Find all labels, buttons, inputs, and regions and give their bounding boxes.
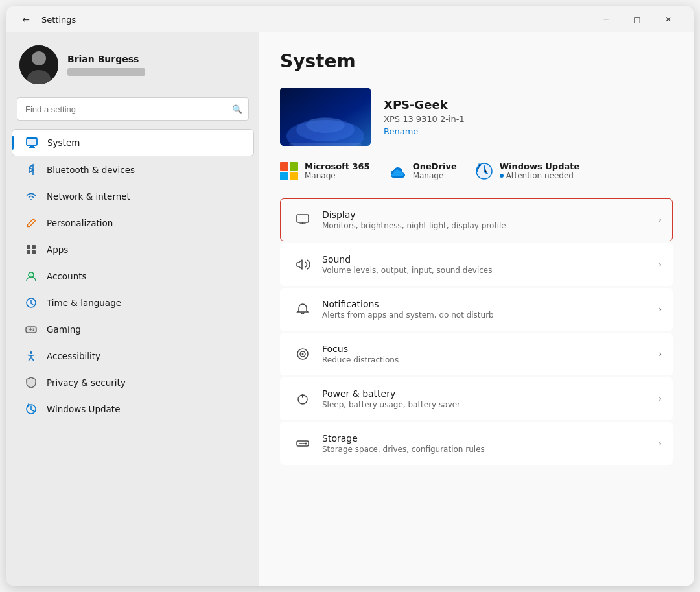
storage-icon: [291, 432, 314, 455]
sidebar-item-accounts-label: Accounts: [47, 271, 87, 281]
notifications-text: Notifications Alerts from apps and syste…: [322, 299, 659, 320]
search-box: 🔍: [17, 97, 249, 121]
sidebar-item-personalization[interactable]: Personalization: [12, 210, 254, 236]
focus-text: Focus Reduce distractions: [322, 344, 659, 364]
settings-row-focus[interactable]: Focus Reduce distractions ›: [280, 333, 673, 375]
sidebar-item-system[interactable]: System: [12, 129, 254, 156]
service-onedrive[interactable]: OneDrive Manage: [388, 161, 457, 180]
sidebar-item-privacy[interactable]: Privacy & security: [12, 370, 254, 396]
settings-row-notifications[interactable]: Notifications Alerts from apps and syste…: [280, 288, 673, 331]
sidebar-item-accessibility-label: Accessibility: [47, 351, 100, 361]
sidebar-item-accessibility[interactable]: Accessibility: [12, 343, 254, 369]
user-info: Brian Burgess: [67, 54, 145, 76]
focus-title: Focus: [322, 344, 659, 354]
accessibility-icon: [25, 349, 38, 362]
svg-rect-5: [29, 147, 35, 148]
sidebar-item-personalization-label: Personalization: [47, 218, 113, 228]
gaming-icon: [25, 323, 38, 336]
power-text: Power & battery Sleep, battery usage, ba…: [322, 388, 659, 409]
svg-point-25: [302, 353, 304, 355]
onedrive-text: OneDrive Manage: [413, 161, 457, 180]
service-microsoft365[interactable]: Microsoft 365 Manage: [280, 161, 370, 180]
device-name: XPS-Geek: [384, 98, 465, 112]
ms-logo-green: [290, 162, 298, 171]
sound-icon: [291, 253, 314, 276]
focus-chevron: ›: [659, 349, 662, 359]
display-subtitle: Monitors, brightness, night light, displ…: [322, 221, 659, 230]
settings-row-storage[interactable]: Storage Storage space, drives, configura…: [280, 422, 673, 465]
system-icon: [25, 136, 38, 149]
search-icon: 🔍: [232, 104, 242, 114]
sidebar-item-accounts[interactable]: Accounts: [12, 263, 254, 289]
sound-text: Sound Volume levels, output, input, soun…: [322, 254, 659, 275]
settings-row-sound[interactable]: Sound Volume levels, output, input, soun…: [280, 243, 673, 286]
microsoft365-action: Manage: [305, 171, 370, 180]
sidebar-item-bluetooth[interactable]: Bluetooth & devices: [12, 157, 254, 183]
microsoft365-icon: [280, 162, 298, 180]
storage-text: Storage Storage space, drives, configura…: [322, 433, 659, 454]
sidebar-item-gaming-label: Gaming: [47, 324, 81, 335]
power-subtitle: Sleep, battery usage, battery saver: [322, 400, 659, 409]
sound-subtitle: Volume levels, output, input, sound devi…: [322, 266, 659, 275]
svg-rect-7: [32, 245, 36, 249]
settings-row-power[interactable]: Power & battery Sleep, battery usage, ba…: [280, 377, 673, 420]
settings-row-display[interactable]: Display Monitors, brightness, night ligh…: [280, 198, 673, 241]
sidebar-item-network[interactable]: Network & internet: [12, 184, 254, 209]
storage-subtitle: Storage space, drives, configuration rul…: [322, 445, 659, 454]
power-title: Power & battery: [322, 388, 659, 399]
sidebar: Brian Burgess 🔍: [6, 32, 259, 586]
svg-point-14: [33, 330, 34, 331]
windows-update-service-label: Windows Update: [500, 161, 580, 171]
sidebar-item-time-label: Time & language: [47, 298, 121, 308]
svg-point-13: [33, 329, 34, 330]
titlebar: ← Settings ─ □ ✕: [6, 6, 694, 32]
notifications-icon: [291, 298, 314, 321]
minimize-button[interactable]: ─: [591, 9, 621, 30]
svg-rect-4: [30, 146, 34, 147]
main-content: System: [259, 32, 694, 586]
service-windows-update[interactable]: Windows Update Attention needed: [475, 161, 580, 180]
windows-update-service-text: Windows Update Attention needed: [500, 161, 580, 180]
focus-icon: [291, 342, 314, 366]
device-thumbnail: [280, 88, 371, 146]
accounts-icon: [25, 270, 38, 283]
sidebar-item-network-label: Network & internet: [47, 191, 130, 202]
onedrive-label: OneDrive: [413, 161, 457, 171]
notifications-title: Notifications: [322, 299, 659, 309]
sidebar-nav: System Bluetooth & devices: [6, 128, 259, 423]
sidebar-item-windows-update[interactable]: Windows Update: [12, 396, 254, 422]
user-profile[interactable]: Brian Burgess: [6, 32, 259, 95]
svg-rect-3: [27, 138, 37, 145]
search-input[interactable]: [17, 97, 249, 121]
windows-update-icon: [25, 403, 38, 416]
sidebar-item-bluetooth-label: Bluetooth & devices: [47, 165, 135, 175]
svg-rect-6: [27, 245, 30, 249]
time-icon: [25, 296, 38, 309]
close-button[interactable]: ✕: [653, 9, 683, 30]
svg-point-15: [30, 351, 32, 354]
svg-rect-9: [32, 250, 36, 254]
display-title: Display: [322, 209, 659, 220]
display-chevron: ›: [659, 215, 662, 224]
bluetooth-icon: [25, 163, 38, 176]
power-icon: [291, 387, 314, 410]
service-row: Microsoft 365 Manage OneDrive Manage: [280, 161, 673, 180]
svg-point-20: [306, 117, 345, 133]
personalization-icon: [25, 217, 38, 230]
sidebar-item-gaming[interactable]: Gaming: [12, 316, 254, 342]
sound-chevron: ›: [659, 260, 662, 269]
apps-icon: [25, 243, 38, 256]
sidebar-item-apps[interactable]: Apps: [12, 237, 254, 263]
back-button[interactable]: ←: [17, 10, 35, 29]
storage-title: Storage: [322, 433, 659, 444]
sound-title: Sound: [322, 254, 659, 265]
window-controls: ─ □ ✕: [591, 9, 683, 30]
rename-link[interactable]: Rename: [384, 126, 465, 136]
maximize-button[interactable]: □: [622, 9, 652, 30]
windows-update-status: Attention needed: [500, 171, 580, 180]
display-icon: [291, 208, 314, 231]
onedrive-action: Manage: [413, 171, 457, 180]
sidebar-item-time[interactable]: Time & language: [12, 290, 254, 316]
settings-list: Display Monitors, brightness, night ligh…: [280, 198, 673, 465]
avatar: [19, 45, 58, 84]
